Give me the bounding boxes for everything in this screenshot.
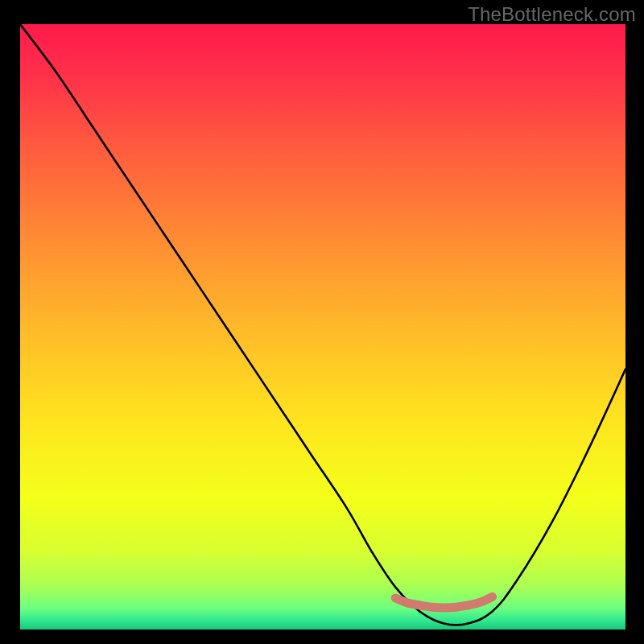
bottleneck-chart xyxy=(20,24,625,630)
plot-area xyxy=(20,24,625,630)
gradient-background xyxy=(20,24,625,630)
watermark-label: TheBottleneck.com xyxy=(468,3,636,26)
chart-frame: TheBottleneck.com xyxy=(0,0,644,644)
